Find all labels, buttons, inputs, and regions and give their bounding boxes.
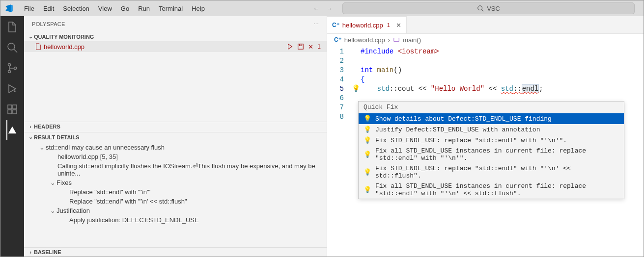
breadcrumbs[interactable]: C⁺ helloworld.cpp › main() [327,34,644,46]
line-number: 4 [327,76,351,83]
more-actions-icon[interactable]: ⋯ [313,21,319,27]
tab-helloworld[interactable]: C⁺ helloworld.cpp 1 ✕ [327,16,407,33]
defect-location: helloworld.cpp [5, 35] [24,152,327,161]
menu-go[interactable]: Go [117,3,133,14]
symbol-icon [393,36,400,43]
svg-point-6 [14,67,17,70]
token: cout [398,85,415,93]
quickfix-item[interactable]: 💡Fix all STD_ENDL_USE instances in curre… [359,146,624,163]
section-result-details[interactable]: ⌄ RESULT DETAILS [24,132,327,142]
problem-count: 1 [317,43,321,50]
chevron-down-icon: ⌄ [27,33,34,40]
file-name: helloworld.cpp [44,43,84,51]
justification-item[interactable]: Apply justification: DEFECT:STD_ENDL_USE [24,215,327,225]
section-headers[interactable]: › HEADERS [24,122,327,131]
extensions-icon[interactable] [6,103,18,115]
breadcrumb-file[interactable]: helloworld.cpp [344,36,385,44]
svg-point-5 [8,71,11,73]
code-editor[interactable]: 1#include <iostream> 2 3int main() 4{ 5💡… [327,46,644,121]
token: << [414,85,431,93]
quickfix-item[interactable]: 💡Fix all STD_ENDL_USE instances in curre… [359,181,624,199]
quickfix-item-label: Fix STD_ENDL_USE: replace "std::endl" wi… [375,165,619,180]
defect-title: std::endl may cause an unnecessary flush [46,144,165,151]
svg-rect-11 [13,105,17,109]
run-icon[interactable] [286,43,293,50]
breadcrumb-symbol[interactable]: main() [403,36,421,44]
menu-file[interactable]: File [20,3,38,14]
defect-description: Calling std::endl implicitly flushes the… [24,161,327,178]
fix-item[interactable]: Replace "std::endl" with "'\n'" [24,187,327,197]
section-quality-monitoring[interactable]: ⌄ QUALITY MONITORING [24,32,327,41]
justification-group[interactable]: ⌄Justification [24,206,327,215]
source-control-icon[interactable] [6,62,18,74]
svg-rect-12 [298,44,304,50]
svg-rect-8 [8,105,12,109]
token: { [361,76,364,83]
cpp-icon: C⁺ [332,22,339,28]
menu-terminal[interactable]: Terminal [155,3,187,14]
quickfix-item-label: Fix all STD_ENDL_USE instances in curren… [375,182,619,197]
section-label: QUALITY MONITORING [34,34,94,40]
quickfix-item[interactable]: 💡Show details about Defect:STD_ENDL_USE … [359,113,624,124]
lightbulb-icon: 💡 [364,151,371,158]
line-number: 8 [327,113,351,121]
activity-bar [0,16,24,257]
fixes-label: Fixes [56,179,72,186]
defect-group[interactable]: ⌄std::endl may cause an unnecessary flus… [24,143,327,152]
svg-point-0 [478,6,482,10]
menu-view[interactable]: View [94,3,116,14]
svg-point-4 [8,64,11,66]
tab-bar: C⁺ helloworld.cpp 1 ✕ [327,16,644,34]
polyspace-icon[interactable] [6,124,18,136]
chevron-right-icon: › [27,249,34,255]
quickfix-item[interactable]: 💡Justify Defect:STD_ENDL_USE with annota… [359,124,624,135]
token: main [373,66,393,74]
tab-badge: 1 [387,22,390,28]
run-debug-icon[interactable] [6,83,18,95]
save-icon[interactable] [297,43,304,50]
svg-line-1 [482,10,484,12]
nav-back-icon[interactable]: ← [313,5,319,12]
section-baseline[interactable]: › BASELINE [24,248,327,257]
nav-forward-icon[interactable]: → [326,5,333,12]
chevron-down-icon: ⌄ [38,144,46,151]
chevron-down-icon: ⌄ [27,134,34,140]
token: :: [390,85,398,93]
close-icon[interactable]: ✕ [308,43,313,51]
command-center[interactable]: VSC [342,2,635,14]
fixes-group[interactable]: ⌄Fixes [24,178,327,187]
lightbulb-icon[interactable]: 💡 [352,84,360,93]
token: :: [513,85,522,93]
svg-point-2 [8,43,15,50]
menu-run[interactable]: Run [134,3,154,14]
file-item-helloworld[interactable]: helloworld.cpp ✕ 1 [24,41,327,52]
file-icon [35,43,42,50]
token: () [393,66,402,74]
token [361,85,377,93]
search-view-icon[interactable] [6,42,18,53]
chevron-down-icon: ⌄ [49,179,56,186]
quickfix-item[interactable]: 💡Fix STD_ENDL_USE: replace "std::endl" w… [359,163,624,181]
menu-help[interactable]: Help [188,3,209,14]
result-details-body: ⌄std::endl may cause an unnecessary flus… [24,142,327,226]
menu-edit[interactable]: Edit [39,3,58,14]
chevron-down-icon: ⌄ [49,207,56,214]
quickfix-item-label: Justify Defect:STD_ENDL_USE with annotat… [375,126,540,133]
section-label: RESULT DETAILS [34,134,79,140]
quickfix-item-label: Show details about Defect:STD_ENDL_USE f… [375,115,552,123]
token: #include [361,48,393,55]
nav-arrows: ← → [313,5,333,12]
menu-selection[interactable]: Selection [59,3,93,14]
line-number: 5 [327,85,351,93]
close-icon[interactable]: ✕ [396,22,401,29]
quickfix-item-label: Fix all STD_ENDL_USE instances in curren… [375,147,619,162]
line-number: 3 [327,66,351,74]
search-icon [477,5,484,12]
lightbulb-icon: 💡 [364,168,371,176]
quickfix-item[interactable]: 💡Fix STD_ENDL_USE: replace "std::endl" w… [359,135,624,146]
token: std [501,85,513,93]
fix-item[interactable]: Replace "std::endl" with "'\n' << std::f… [24,197,327,206]
justification-label: Justification [56,207,90,214]
svg-line-3 [14,49,17,52]
explorer-icon[interactable] [6,21,18,33]
